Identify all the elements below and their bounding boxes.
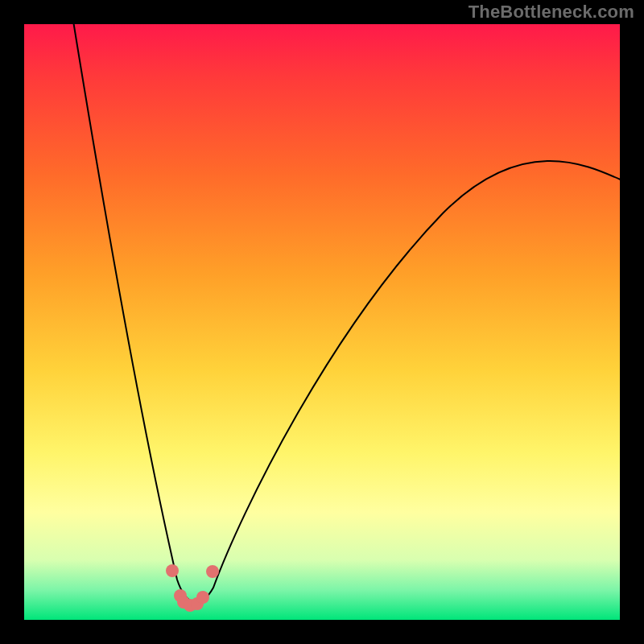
watermark-text: TheBottleneck.com	[469, 2, 634, 23]
marker-group	[166, 564, 219, 612]
chart-svg	[24, 24, 620, 620]
chart-plot-area	[24, 24, 620, 620]
data-point	[206, 565, 219, 578]
data-point	[166, 564, 179, 577]
bottleneck-curve	[72, 16, 624, 602]
data-point	[196, 591, 209, 604]
